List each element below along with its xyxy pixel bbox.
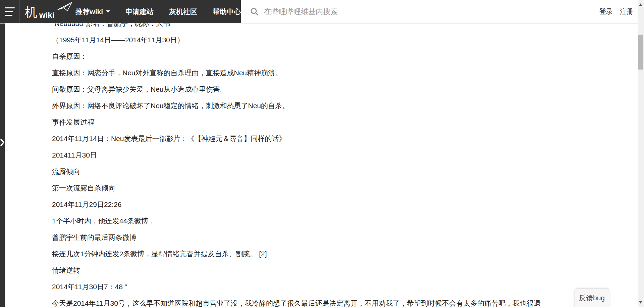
auth-links: 登录 注册 (599, 7, 638, 16)
article-content: "Neuuuuu"原名：曾鹏宇，昵称：大书 （1995年11月14日——2014… (52, 0, 636, 307)
article-paragraph: 间歇原因：父母离异缺少关爱，Neu从小造成心里伤害。 (52, 81, 636, 97)
feedback-bug-button[interactable]: 反馈bug (575, 288, 609, 307)
article-paragraph: 201411月30日 (52, 147, 636, 163)
nav-item-label: 申请建站 (125, 7, 154, 16)
logo-cn-text: 灰机 (25, 0, 38, 24)
logo-wiki-text: wiki (39, 10, 54, 24)
article-paragraph: 情绪逆转 (52, 262, 636, 278)
article-paragraph: 第一次流露自杀倾向 (52, 180, 636, 196)
nav-item-create-site[interactable]: 申请建站 (118, 7, 161, 16)
register-link[interactable]: 注册 (620, 7, 633, 16)
article-paragraph: 接连几次1分钟内连发2条微博，显得情绪亢奋并提及自杀、割腕。 [2] (52, 246, 636, 262)
article-paragraph: 外界原因：网络不良评论破坏了Neu稳定的情绪，刺激和怂恿了Neu的自杀。 (52, 97, 636, 114)
article-paragraph: 自杀原因： (52, 48, 636, 64)
nav-item-community[interactable]: 灰机社区 (161, 7, 205, 16)
top-bar-dark-section: 灰机 wiki 推荐wiki 申请建站 灰机社区 帮助中心 (0, 0, 241, 23)
article-paragraph: 直接原因：网恋分手，Neu对外宣称的自杀理由，直接造成Neu精神崩溃。 (52, 64, 636, 81)
article-paragraph: 今天是2014年11月30号，这么早不知道医院和超市营业了没，我冷静的想了很久最… (52, 295, 636, 307)
search-icon (250, 7, 259, 16)
vertical-scrollbar[interactable] (638, 0, 644, 307)
article-paragraph: 流露倾向 (52, 163, 636, 180)
nav-item-recommend-wiki[interactable]: 推荐wiki (68, 7, 118, 16)
search-input[interactable] (263, 7, 471, 16)
scrollbar-thumb[interactable] (638, 35, 643, 70)
hamburger-menu-icon[interactable] (3, 4, 15, 19)
sidebar-collapsed-rail (0, 24, 5, 307)
article-paragraph: 曾鹏宇生前的最后两条微博 (52, 229, 636, 246)
nav-item-label: 推荐wiki (75, 7, 103, 16)
nav-item-help-center[interactable]: 帮助中心 (205, 7, 249, 16)
paper-plane-icon (57, 2, 72, 12)
sidebar-expand-button[interactable] (0, 138, 5, 146)
main-nav: 推荐wiki 申请建站 灰机社区 帮助中心 (68, 0, 249, 24)
scrollbar-down-arrow-icon[interactable] (639, 301, 642, 304)
chevron-right-icon (0, 138, 5, 146)
header-divider (19, 0, 20, 23)
chevron-down-icon (106, 10, 110, 13)
site-logo[interactable]: 灰机 wiki (25, 0, 54, 24)
article-paragraph: 1个半小时内，他连发44条微博， (52, 213, 636, 229)
article-paragraph: 2014年11月14日：Neu发表最后一部影片：《【神經元＆尋音】同样的话》 (52, 130, 636, 147)
article-paragraph: 事件发展过程 (52, 114, 636, 130)
feedback-bug-label: 反馈bug (579, 293, 605, 307)
nav-item-label: 灰机社区 (169, 7, 197, 16)
search-bar: 登录 注册 (241, 0, 638, 23)
article-paragraph: （1995年11月14日——2014年11月30日） (52, 32, 636, 48)
scrollbar-up-arrow-icon[interactable] (639, 3, 642, 6)
nav-item-label: 帮助中心 (213, 7, 241, 16)
article-paragraph: 2014年11月30日7：48 “ (52, 278, 636, 295)
top-bar: 灰机 wiki 推荐wiki 申请建站 灰机社区 帮助中心 (0, 0, 638, 24)
login-link[interactable]: 登录 (599, 7, 613, 16)
article-paragraph: 2014年11月29日22:26 (52, 196, 636, 213)
